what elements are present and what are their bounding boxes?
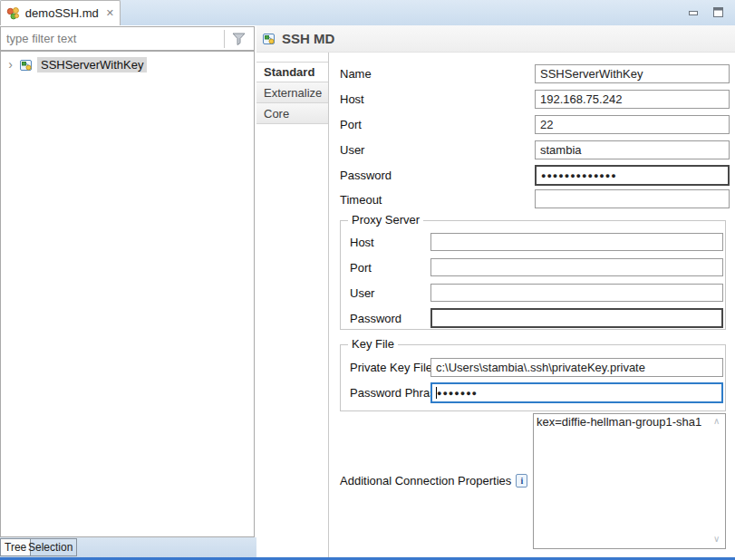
tab-externalize[interactable]: Externalize [256, 82, 328, 103]
user-label: User [340, 143, 364, 157]
editor-header: SSH MD [256, 25, 735, 53]
filter-separator [224, 30, 225, 48]
maximize-button[interactable] [713, 7, 724, 18]
maximize-icon [713, 7, 724, 18]
info-icon[interactable]: i [516, 474, 527, 488]
proxy-group-legend: Proxy Server [348, 213, 423, 227]
close-icon[interactable]: ✕ [106, 7, 114, 19]
proxy-password-field[interactable] [430, 308, 723, 328]
editor-tab-bar: demoSSH.md ✕ [0, 0, 735, 25]
metadata-file-icon [6, 6, 21, 21]
private-key-file-label: Private Key File [350, 361, 432, 374]
minimize-icon [689, 8, 699, 18]
password-label: Password [340, 169, 392, 182]
tree-item-label: SSHServerWithKey [37, 57, 147, 72]
scroll-up-icon[interactable]: ∧ [713, 417, 720, 426]
proxy-host-field[interactable] [430, 233, 723, 251]
proxy-port-field[interactable] [430, 258, 723, 276]
port-field[interactable] [535, 115, 730, 134]
password-phrase-field[interactable] [430, 382, 723, 403]
ssh-md-icon [262, 32, 276, 46]
key-file-group: Key File Private Key File Password Phras… [340, 344, 726, 411]
proxy-user-field[interactable] [430, 284, 723, 302]
side-tab-separator [328, 53, 329, 557]
host-field[interactable] [535, 90, 730, 109]
scroll-down-icon[interactable]: ∨ [713, 535, 720, 544]
name-label: Name [340, 67, 372, 81]
timeout-field[interactable] [535, 189, 730, 208]
view-controls [689, 7, 724, 18]
tab-selection[interactable]: Selection [24, 538, 77, 556]
password-phrase-label: Password Phrase [350, 386, 442, 400]
additional-properties-label-row: Additional Connection Properties i [340, 474, 527, 488]
bottom-tab-strip: Tree Selection [0, 537, 256, 558]
expand-chevron-icon[interactable]: › [5, 60, 15, 70]
tree-filter [0, 26, 255, 51]
ssh-metadata-icon [19, 58, 34, 72]
proxy-host-label: Host [350, 236, 374, 249]
private-key-file-field[interactable] [430, 358, 723, 377]
proxy-server-group: Proxy Server Host Port User Password [340, 220, 726, 330]
password-field[interactable] [535, 165, 730, 186]
tab-title: demoSSH.md [25, 6, 99, 20]
metadata-tree-panel: › SSHServerWithKey [0, 51, 255, 537]
proxy-user-label: User [350, 286, 374, 300]
filter-input[interactable] [1, 32, 224, 45]
tree-item-sshserverwithkey[interactable]: › SSHServerWithKey [1, 56, 254, 73]
name-field[interactable] [535, 64, 730, 83]
proxy-port-label: Port [350, 261, 372, 275]
page-title: SSH MD [282, 31, 334, 46]
port-label: Port [340, 118, 362, 131]
host-label: Host [340, 92, 364, 106]
proxy-password-label: Password [350, 312, 401, 325]
key-group-legend: Key File [348, 337, 398, 351]
filter-icon[interactable] [232, 33, 246, 45]
additional-properties-textarea[interactable]: kex=diffie-hellman-group1-sha1 [533, 413, 726, 549]
timeout-label: Timeout [340, 193, 382, 207]
tab-core[interactable]: Core [256, 103, 328, 124]
additional-properties-label: Additional Connection Properties [340, 474, 511, 488]
tab-demossh[interactable]: demoSSH.md ✕ [0, 0, 121, 25]
minimize-button[interactable] [689, 8, 699, 18]
tab-standard[interactable]: Standard [256, 62, 328, 82]
user-field[interactable] [535, 140, 730, 159]
